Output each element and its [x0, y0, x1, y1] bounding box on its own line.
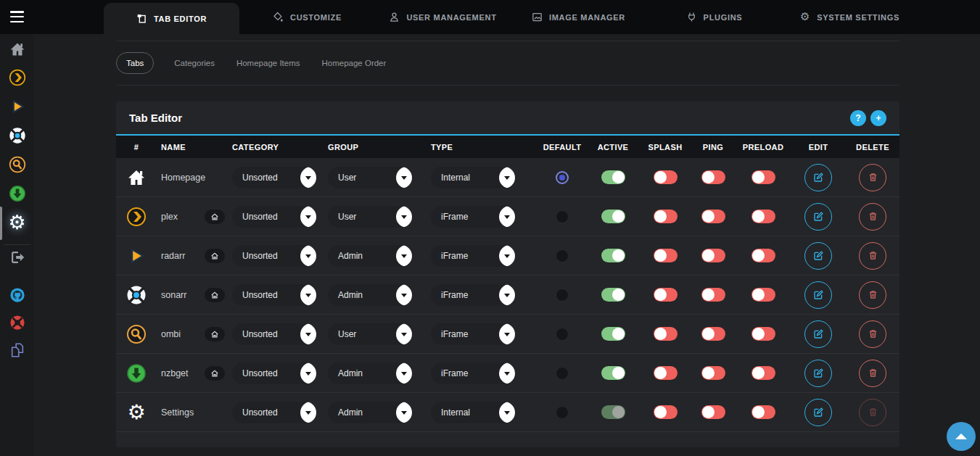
tab-plugins[interactable]: PLUGINS [646, 0, 782, 34]
active-toggle[interactable] [601, 170, 625, 184]
delete-button[interactable] [859, 242, 886, 270]
category-select[interactable]: Unsorted [232, 402, 316, 423]
group-select[interactable]: Admin [328, 245, 412, 267]
preload-toggle[interactable] [752, 327, 775, 341]
group-select[interactable]: User [328, 206, 412, 228]
splash-toggle[interactable] [654, 288, 678, 302]
ping-toggle[interactable] [701, 327, 725, 341]
default-radio[interactable] [556, 289, 569, 302]
default-radio[interactable] [556, 328, 569, 341]
splash-toggle[interactable] [654, 327, 678, 341]
type-select[interactable]: Internal [431, 402, 515, 423]
category-select[interactable]: Unsorted [232, 284, 316, 306]
category-select[interactable]: Unsorted [232, 245, 316, 267]
ping-toggle[interactable] [701, 405, 725, 419]
delete-button[interactable] [859, 320, 886, 348]
delete-button[interactable] [859, 281, 886, 309]
sidebar-item-radarr[interactable] [0, 98, 34, 115]
ping-toggle[interactable] [701, 249, 725, 262]
default-radio[interactable] [556, 249, 569, 262]
chevron-down-icon [396, 245, 412, 267]
group-select[interactable]: User [328, 167, 412, 188]
help-button[interactable]: ? [850, 110, 866, 126]
category-select[interactable]: Unsorted [232, 206, 316, 228]
sidebar-item-home[interactable] [0, 41, 34, 58]
toggle-knob [612, 210, 625, 223]
chevron-down-icon [499, 402, 515, 423]
sidebar-item-plex[interactable] [0, 69, 34, 86]
sidebar-item-nzbget[interactable] [0, 185, 34, 202]
splash-toggle[interactable] [654, 210, 678, 223]
edit-button[interactable] [804, 320, 832, 348]
delete-button[interactable] [859, 399, 886, 426]
splash-toggle[interactable] [654, 405, 678, 419]
table-row-plex: plexUnsortedUseriFrame [116, 197, 899, 236]
sidebar-item-pages[interactable] [0, 342, 34, 358]
tab-tab-editor[interactable]: TAB EDITOR [104, 3, 239, 34]
hamburger-menu-icon[interactable] [10, 11, 24, 22]
ping-toggle[interactable] [701, 210, 725, 223]
preload-toggle[interactable] [752, 288, 775, 302]
subtab-tabs[interactable]: Tabs [116, 52, 154, 74]
type-select[interactable]: iFrame [431, 362, 515, 384]
group-select[interactable]: Admin [328, 362, 412, 384]
splash-toggle[interactable] [654, 249, 678, 262]
edit-button[interactable] [804, 203, 832, 231]
sidebar-item-logout[interactable] [0, 249, 34, 265]
splash-toggle[interactable] [654, 366, 678, 380]
preload-toggle[interactable] [752, 210, 775, 223]
active-toggle[interactable] [601, 210, 625, 223]
category-select[interactable]: Unsorted [232, 167, 316, 188]
preload-toggle[interactable] [752, 405, 775, 419]
default-radio[interactable] [556, 210, 569, 223]
active-toggle[interactable] [601, 366, 625, 380]
sidebar-item-support[interactable] [0, 315, 34, 331]
sidebar-item-ombi[interactable] [0, 156, 34, 173]
tab-system-settings[interactable]: ⚙SYSTEM SETTINGS [782, 0, 918, 34]
active-toggle[interactable] [601, 405, 625, 419]
sidebar-item-settings[interactable]: ⚙ [0, 212, 34, 232]
default-radio[interactable] [556, 171, 569, 184]
subtab-homepage-order[interactable]: Homepage Order [321, 53, 388, 73]
sidebar-item-sonarr[interactable] [0, 127, 34, 144]
edit-button[interactable] [804, 281, 832, 309]
subtab-categories[interactable]: Categories [173, 53, 216, 73]
preload-toggle[interactable] [752, 170, 775, 184]
category-select[interactable]: Unsorted [232, 362, 316, 384]
preload-toggle[interactable] [752, 366, 775, 380]
ping-toggle[interactable] [701, 288, 725, 302]
edit-button[interactable] [804, 399, 832, 426]
scroll-to-top-button[interactable] [947, 422, 976, 451]
group-select[interactable]: Admin [328, 284, 412, 306]
sidebar-item-github[interactable] [0, 287, 34, 303]
type-select[interactable]: iFrame [431, 245, 515, 267]
active-toggle[interactable] [601, 288, 625, 302]
edit-button[interactable] [804, 164, 832, 191]
tab-customize[interactable]: CUSTOMIZE [239, 0, 375, 34]
splash-toggle[interactable] [654, 170, 678, 184]
type-select[interactable]: iFrame [431, 284, 515, 306]
table-header: #NAMECATEGORYGROUPTYPEDEFAULTACTIVESPLAS… [116, 136, 899, 158]
group-select[interactable]: User [328, 323, 412, 345]
default-radio[interactable] [556, 367, 569, 380]
tab-user-management[interactable]: USER MANAGEMENT [375, 0, 511, 34]
ping-toggle[interactable] [701, 170, 725, 184]
type-select[interactable]: iFrame [431, 206, 515, 228]
preload-toggle[interactable] [752, 249, 775, 262]
type-select[interactable]: iFrame [431, 323, 515, 345]
type-select[interactable]: Internal [431, 167, 515, 188]
default-radio[interactable] [556, 406, 569, 419]
edit-button[interactable] [804, 242, 832, 270]
add-tab-button[interactable]: + [870, 110, 886, 126]
delete-button[interactable] [859, 203, 886, 231]
category-select[interactable]: Unsorted [232, 323, 316, 345]
tab-image-manager[interactable]: IMAGE MANAGER [511, 0, 646, 34]
group-select[interactable]: Admin [328, 402, 412, 423]
active-toggle[interactable] [601, 249, 625, 262]
delete-button[interactable] [859, 360, 886, 387]
ping-toggle[interactable] [701, 366, 725, 380]
subtab-homepage-items[interactable]: Homepage Items [235, 53, 302, 73]
active-toggle[interactable] [601, 327, 625, 341]
delete-button[interactable] [859, 164, 886, 191]
edit-button[interactable] [804, 360, 832, 387]
